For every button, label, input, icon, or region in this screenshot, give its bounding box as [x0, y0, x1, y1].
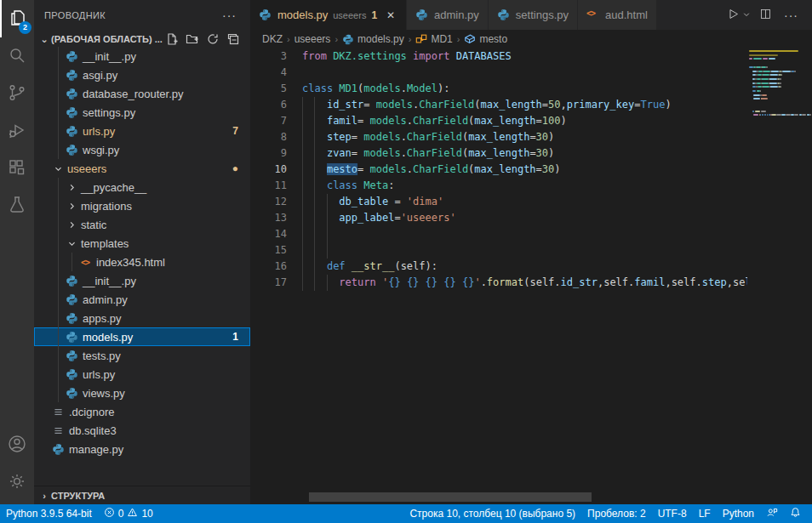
code-line-17[interactable]: 17 return '{} {} {} {} {}'.format(self.i… — [250, 275, 747, 291]
activity-item-testing[interactable] — [0, 187, 34, 225]
run-python-file-button[interactable] — [726, 7, 751, 24]
tab-label: models.py — [277, 9, 328, 21]
outline-section-label: СТРУКТУРА — [51, 491, 105, 501]
activity-item-account[interactable] — [0, 426, 34, 463]
feedback-button[interactable] — [760, 504, 784, 523]
vertical-scrollbar[interactable] — [803, 48, 812, 504]
code-editor[interactable]: 3from DKZ.settings import DATABASES45cla… — [250, 48, 747, 504]
indent-guide — [327, 242, 328, 259]
language-mode-item[interactable]: Python — [717, 504, 760, 523]
line-number: 15 — [250, 242, 287, 259]
tree-file-wsgi.py[interactable]: wsgi.py — [34, 140, 250, 159]
activity-item-explorer[interactable]: 2 — [0, 0, 34, 37]
code-line-11[interactable]: 11 class Meta: — [250, 178, 747, 194]
tree-file-database-roouter.py[interactable]: database_roouter.py — [34, 84, 250, 103]
tree-item-label: wsgi.py — [83, 144, 119, 156]
new-folder-button[interactable] — [186, 32, 199, 46]
split-editor-button[interactable] — [759, 8, 772, 23]
tab-admin.py[interactable]: admin.py — [407, 0, 489, 30]
problems-item[interactable]: 0 10 — [98, 504, 159, 523]
activity-item-extensions[interactable] — [0, 150, 34, 187]
tree-folder-useeers[interactable]: useeers● — [34, 159, 250, 178]
collapse-folders-button[interactable] — [226, 32, 240, 46]
activity-item-source-control[interactable] — [0, 75, 34, 112]
tree-file-settings.py[interactable]: settings.py — [34, 103, 250, 122]
new-file-icon — [165, 32, 179, 46]
tree-file--init-.py[interactable]: __init__.py — [34, 47, 250, 65]
indentation-item[interactable]: Пробелов: 2 — [581, 504, 652, 523]
python-icon — [65, 124, 78, 138]
code-line-7[interactable]: 7 famil= models.CharField(max_length=100… — [250, 113, 747, 129]
encoding-item[interactable]: UTF-8 — [652, 504, 693, 523]
cursor-position-item[interactable]: Строка 10, столбец 10 (выбрано 5) — [403, 504, 581, 523]
tab-models.py[interactable]: models.pyuseeers1✕ — [250, 0, 407, 30]
editor-more-actions-button[interactable]: ··· — [781, 9, 802, 22]
explorer-more-actions-button[interactable]: ··· — [219, 9, 240, 22]
code-line-12[interactable]: 12 db_table = 'dima' — [250, 194, 747, 210]
tab-aud.html[interactable]: <>aud.html — [578, 0, 657, 30]
tree-file-views.py[interactable]: views.py — [34, 384, 250, 402]
tree-file-.dcignore[interactable]: .dcignore — [34, 402, 250, 421]
breadcrumb-separator: › — [409, 34, 412, 44]
code-line-14[interactable]: 14 — [250, 226, 747, 242]
breadcrumb-separator: › — [457, 34, 460, 44]
minimap-line — [781, 86, 782, 88]
tree-file-manage.py[interactable]: manage.py — [34, 440, 250, 458]
tree-folder-static[interactable]: static — [34, 215, 250, 234]
close-tab-button[interactable]: ✕ — [384, 9, 397, 21]
tree-file-tests.py[interactable]: tests.py — [34, 346, 250, 365]
activity-item-settings[interactable] — [0, 463, 34, 501]
tree-file-apps.py[interactable]: apps.py — [34, 309, 250, 327]
code-line-8[interactable]: 8 step= models.CharField(max_length=30) — [250, 129, 747, 145]
horizontal-scrollbar[interactable] — [309, 492, 592, 502]
indent-guide — [314, 210, 315, 226]
code-line-9[interactable]: 9 zvan= models.CharField(max_length=30) — [250, 145, 747, 162]
activity-item-search[interactable] — [0, 37, 34, 75]
breadcrumb-label: useeers — [294, 33, 331, 45]
tree-folder-migrations[interactable]: migrations — [34, 196, 250, 215]
field-icon — [464, 33, 476, 45]
tab-settings.py[interactable]: settings.py — [489, 0, 578, 30]
code-line-13[interactable]: 13 app_label='useeers' — [250, 210, 747, 226]
outline-section-header[interactable]: › СТРУКТУРА — [34, 486, 250, 504]
sidebar-title: ПРОВОДНИК — [44, 10, 106, 20]
notifications-bell-button[interactable] — [784, 504, 807, 523]
breadcrumb-item-useeers[interactable]: useeers — [294, 33, 331, 45]
new-file-button[interactable] — [165, 32, 179, 46]
code-line-3[interactable]: 3from DKZ.settings import DATABASES — [250, 48, 747, 65]
tree-file-admin.py[interactable]: admin.py — [34, 290, 250, 309]
activity-item-run-debug[interactable] — [0, 112, 34, 150]
code-line-15[interactable]: 15 — [250, 242, 747, 259]
tree-file-urls.py[interactable]: urls.py7 — [34, 122, 250, 140]
breadcrumb-item-dkz[interactable]: DKZ — [262, 33, 283, 45]
file-icon — [51, 424, 65, 437]
minimap-line — [763, 86, 769, 88]
code-line-16[interactable]: 16 def __str__(self): — [250, 259, 747, 275]
tree-folder-templates[interactable]: templates — [34, 234, 250, 253]
minimap-line — [764, 114, 766, 116]
tree-file-db.sqlite3[interactable]: db.sqlite3 — [34, 421, 250, 440]
minimap-line — [752, 111, 755, 112]
tree-file-index345.html[interactable]: <>index345.html — [34, 253, 250, 271]
breadcrumb-item-md1[interactable]: MD1 — [415, 33, 452, 45]
breadcrumb-item-mesto[interactable]: mesto — [464, 33, 507, 45]
tree-folder--pycache-[interactable]: __pycache__ — [34, 178, 250, 196]
eol-item[interactable]: LF — [693, 504, 717, 523]
indent-guide — [314, 242, 315, 259]
workspace-section-header[interactable]: ⌄ (РАБОЧАЯ ОБЛАСТЬ) ... — [34, 30, 250, 48]
breadcrumb-item-models.py[interactable]: models.py — [342, 33, 404, 45]
tree-file-models.py[interactable]: models.py1 — [34, 327, 250, 346]
indent-guide — [58, 178, 59, 196]
code-line-10[interactable]: 10 mesto= models.CharField(max_length=30… — [250, 162, 747, 178]
refresh-explorer-button[interactable] — [206, 32, 220, 46]
minimap[interactable] — [747, 48, 803, 504]
tree-file-urls.py[interactable]: urls.py — [34, 365, 250, 384]
indent-guide — [302, 242, 303, 259]
tree-file--init-.py[interactable]: __init__.py — [34, 271, 250, 290]
code-line-5[interactable]: 5class MD1(models.Model): — [250, 81, 747, 97]
tree-file-asgi.py[interactable]: asgi.py — [34, 65, 250, 84]
code-line-6[interactable]: 6 id_str= models.CharField(max_length=50… — [250, 97, 747, 113]
run-dropdown-icon[interactable] — [742, 9, 751, 21]
python-interpreter-item[interactable]: Python 3.9.5 64-bit — [0, 504, 98, 523]
code-line-4[interactable]: 4 — [250, 65, 747, 81]
